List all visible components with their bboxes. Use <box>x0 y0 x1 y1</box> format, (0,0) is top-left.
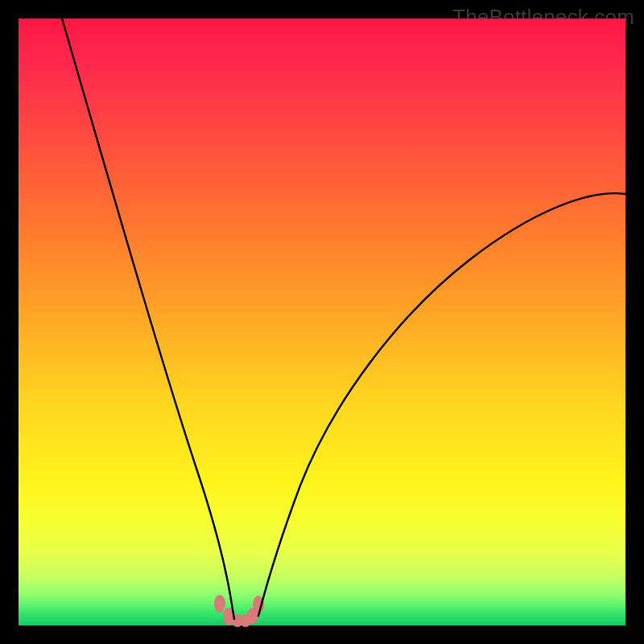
curve-layer <box>19 19 625 625</box>
floor-blob-group <box>214 595 264 627</box>
chart-frame: TheBottleneck.com <box>0 0 644 644</box>
left-curve <box>62 19 234 619</box>
floor-blob-0 <box>214 595 225 613</box>
plot-area <box>19 19 625 625</box>
right-curve <box>258 193 625 616</box>
